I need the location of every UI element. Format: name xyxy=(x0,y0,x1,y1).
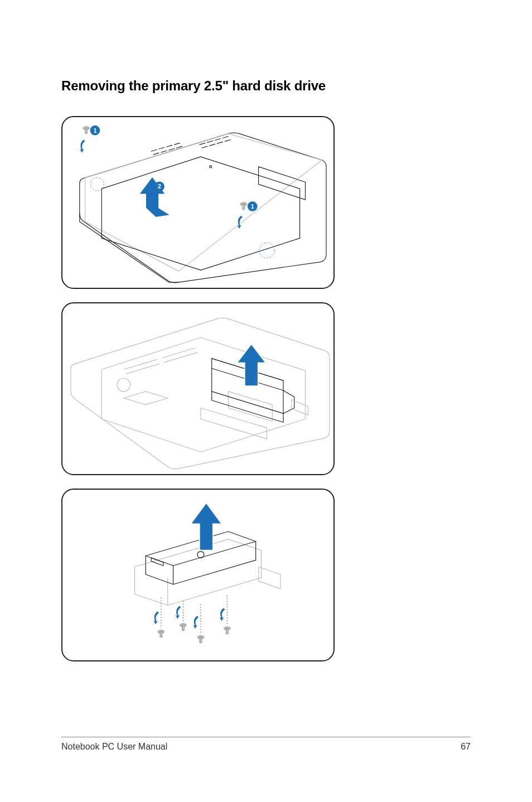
svg-point-7 xyxy=(117,378,130,392)
diagram-panel-3 xyxy=(61,489,335,661)
svg-rect-11 xyxy=(160,632,162,637)
rotate-arrow-icon xyxy=(219,607,226,622)
diagram-1-illustration: 1 1 2 xyxy=(62,117,333,288)
lift-arrow-icon xyxy=(191,503,221,550)
diagram-3-illustration xyxy=(62,490,333,660)
callout-1a-number: 1 xyxy=(93,127,96,134)
page-footer: Notebook PC User Manual 67 xyxy=(61,737,471,752)
diagram-panel-1: 1 1 2 xyxy=(61,116,335,289)
lift-arrow-icon xyxy=(139,177,170,218)
section-heading: Removing the primary 2.5" hard disk driv… xyxy=(61,78,471,94)
svg-rect-17 xyxy=(200,637,202,643)
screw-icon xyxy=(224,627,230,634)
svg-point-0 xyxy=(210,166,212,168)
screw-icon xyxy=(180,624,186,631)
svg-rect-20 xyxy=(226,629,228,634)
screw-group xyxy=(192,604,204,642)
diagram-panel-2 xyxy=(61,302,335,475)
rotate-arrow-icon xyxy=(175,605,182,620)
screw-icon xyxy=(83,127,90,134)
callout-2-number: 2 xyxy=(158,183,161,190)
screw-group xyxy=(219,596,231,634)
screw-icon xyxy=(158,630,165,637)
rotate-arrow-icon xyxy=(152,611,159,625)
diagram-2-illustration xyxy=(62,303,333,474)
page-number: 67 xyxy=(461,742,471,752)
footer-title: Notebook PC User Manual xyxy=(61,742,167,752)
svg-point-8 xyxy=(197,552,204,558)
rotate-arrow-icon xyxy=(79,139,86,153)
screw-icon xyxy=(197,636,204,643)
callout-1b-number: 1 xyxy=(251,203,254,210)
screw-group xyxy=(175,601,187,630)
screw-icon xyxy=(240,202,247,210)
svg-rect-14 xyxy=(182,625,184,631)
rotate-arrow-icon xyxy=(192,615,199,630)
diagram-panels: 1 1 2 xyxy=(61,116,471,661)
